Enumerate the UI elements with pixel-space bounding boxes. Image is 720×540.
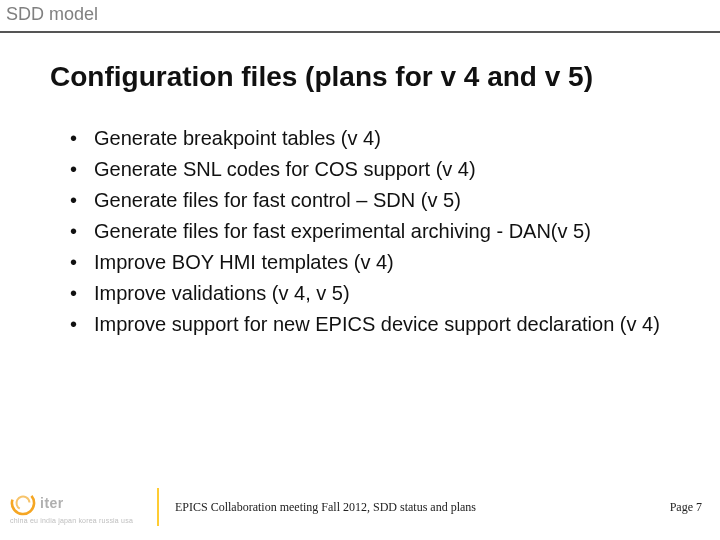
logo-text: iter bbox=[40, 495, 64, 511]
list-item: Generate files for fast experimental arc… bbox=[70, 216, 670, 247]
list-item: Generate breakpoint tables (v 4) bbox=[70, 123, 670, 154]
list-item: Generate files for fast control – SDN (v… bbox=[70, 185, 670, 216]
footer-left: iter china eu india japan korea russia u… bbox=[10, 488, 476, 526]
svg-point-0 bbox=[10, 490, 36, 516]
slide-title: Configuration files (plans for v 4 and v… bbox=[0, 33, 720, 113]
header-label: SDD model bbox=[0, 0, 720, 31]
footer-caption: EPICS Collaboration meeting Fall 2012, S… bbox=[175, 500, 476, 515]
list-item: Improve BOY HMI templates (v 4) bbox=[70, 247, 670, 278]
footer: iter china eu india japan korea russia u… bbox=[0, 486, 720, 528]
list-item: Improve validations (v 4, v 5) bbox=[70, 278, 670, 309]
bullet-list: Generate breakpoint tables (v 4) Generat… bbox=[0, 113, 720, 340]
list-item: Generate SNL codes for COS support (v 4) bbox=[70, 154, 670, 185]
logo-row: iter bbox=[10, 490, 64, 516]
logo-countries: china eu india japan korea russia usa bbox=[10, 517, 133, 524]
logo-block: iter china eu india japan korea russia u… bbox=[10, 490, 133, 524]
iter-logo-icon bbox=[10, 490, 36, 516]
list-item: Improve support for new EPICS device sup… bbox=[70, 309, 670, 340]
footer-vertical-bar bbox=[157, 488, 159, 526]
page-number: Page 7 bbox=[670, 500, 702, 515]
svg-point-1 bbox=[14, 494, 32, 512]
